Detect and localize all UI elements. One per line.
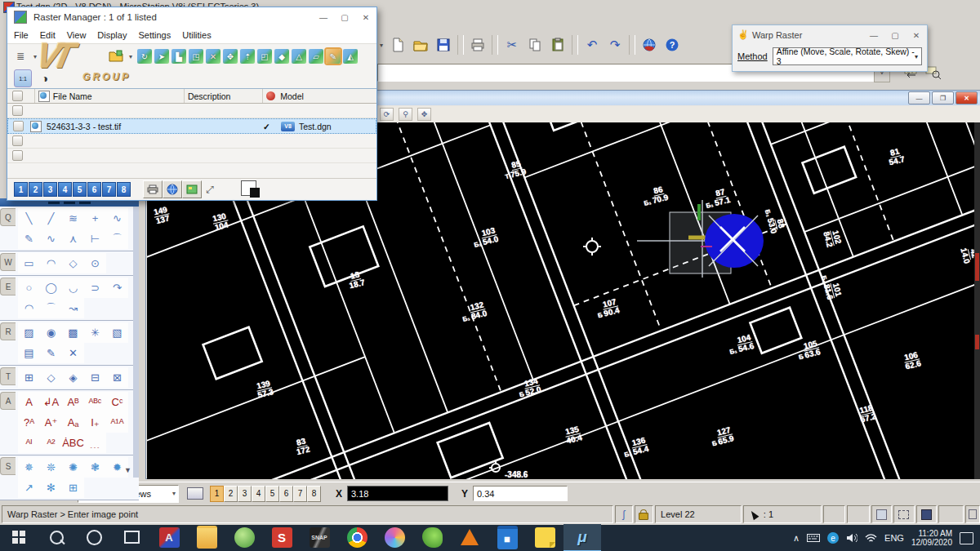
app-snagit-icon[interactable]: S <box>263 524 301 550</box>
raster-row-selected[interactable]: 524631-3-3 - test.tif ✓ V8 Test.dgn <box>7 118 376 134</box>
tray-app-icon[interactable]: e <box>827 532 839 544</box>
menu-file[interactable]: File <box>14 30 29 40</box>
y-coordinate-field[interactable]: 0.34 <box>473 486 568 501</box>
tool-panel-scrollbar[interactable] <box>133 207 139 478</box>
tool-icon[interactable]: ﹍ <box>84 433 106 453</box>
tool-icon[interactable]: ○ <box>18 278 40 298</box>
raster-manager-titlebar[interactable]: Raster Manager : 1 of 1 listed — ▢ ✕ <box>7 7 376 27</box>
raster-row-empty[interactable] <box>7 104 376 118</box>
tool-icon[interactable]: ⌒ <box>106 229 128 249</box>
app-sticky-notes-icon[interactable] <box>526 524 564 550</box>
dgn-status-icon[interactable] <box>916 505 937 523</box>
rm-view-button-5[interactable]: 5 <box>73 182 87 197</box>
warp-maximize-button[interactable]: ▢ <box>884 28 906 42</box>
column-model[interactable]: Model <box>263 89 376 103</box>
tool-icon[interactable]: ✻ <box>40 478 62 498</box>
tool-icon[interactable]: ᴬᴵ <box>18 433 40 453</box>
selection-indicator[interactable]: : 1 <box>743 505 822 523</box>
view-toggle-button-3[interactable]: 3 <box>238 486 252 502</box>
rm-view-button-2[interactable]: 2 <box>29 182 42 197</box>
tray-language[interactable]: ENG <box>884 533 904 543</box>
snap-pen-icon[interactable]: ʃ <box>615 505 633 523</box>
tool-icon[interactable]: ✎ <box>18 229 40 249</box>
tool-icon[interactable]: ╲ <box>18 208 40 229</box>
raster-clip-icon[interactable]: ▱ <box>309 49 323 64</box>
rm-minimize-button[interactable]: — <box>313 10 334 24</box>
view-toggle-button-4[interactable]: 4 <box>252 486 265 502</box>
tool-tab-e[interactable]: E <box>0 278 16 295</box>
action-center-icon[interactable] <box>960 532 973 544</box>
tool-icon[interactable]: ✵ <box>18 457 40 478</box>
app-photoscape-icon[interactable] <box>413 524 451 550</box>
rm-view-button-3[interactable]: 3 <box>43 182 57 197</box>
menu-view[interactable]: View <box>67 30 87 40</box>
globe-icon[interactable] <box>163 180 182 198</box>
view-close-button[interactable]: ✕ <box>956 91 978 104</box>
save-status-icon[interactable] <box>871 505 892 523</box>
rm-view-button-6[interactable]: 6 <box>87 182 101 197</box>
tool-icon[interactable]: ✳ <box>84 322 106 343</box>
view-toggle-button-8[interactable]: 8 <box>307 486 321 502</box>
tool-icon[interactable]: ∿ <box>106 208 128 229</box>
tool-icon[interactable]: ⊟ <box>84 367 106 388</box>
redo-button[interactable]: ↷ <box>604 34 626 56</box>
tool-icon[interactable]: ▩ <box>62 322 84 343</box>
tool-icon[interactable]: ȦBC <box>62 433 84 453</box>
app-paint-icon[interactable] <box>376 524 413 550</box>
menu-settings[interactable]: Settings <box>138 30 171 40</box>
tool-icon[interactable]: ⊞ <box>18 367 40 388</box>
raster-display-icon[interactable]: ◭ <box>343 49 358 64</box>
tool-icon[interactable]: ▤ <box>18 343 40 363</box>
view-toggle-button-1[interactable]: 1 <box>210 486 224 502</box>
print-raster-icon[interactable] <box>143 180 163 198</box>
tool-icon[interactable]: ⊙ <box>84 253 106 273</box>
tool-icon[interactable]: ᴬ² <box>40 433 62 453</box>
tool-icon[interactable]: A <box>18 392 40 412</box>
tool-icon[interactable]: ⊠ <box>106 367 128 388</box>
method-select[interactable]: Affine (Move, Scale, Rotate, Skew) - 3 ▾ <box>773 47 922 65</box>
tool-icon[interactable]: ▭ <box>18 253 40 273</box>
warp-close-button[interactable]: ✕ <box>906 28 927 42</box>
warp-minimize-button[interactable]: — <box>863 28 884 42</box>
view-toggle-button-6[interactable]: 6 <box>279 486 293 502</box>
view-restore-button[interactable]: ❐ <box>932 91 954 104</box>
tool-icon[interactable]: ▨ <box>18 322 40 343</box>
tool-icon[interactable]: ◉ <box>40 322 62 343</box>
raster-copy-icon[interactable]: ⇡ <box>240 49 255 64</box>
view-toggle-button-2[interactable]: 2 <box>224 486 238 502</box>
tray-volume-icon[interactable] <box>846 533 858 543</box>
menu-utilities[interactable]: Utilities <box>182 30 211 40</box>
tool-icon[interactable]: ⊃ <box>84 278 106 298</box>
tray-wifi-icon[interactable] <box>865 534 877 543</box>
tool-icon[interactable]: ∿ <box>40 229 62 249</box>
app-acdsee-icon[interactable]: A <box>150 524 188 550</box>
menu-display[interactable]: Display <box>97 30 127 40</box>
view-minimize-button[interactable]: — <box>908 91 930 104</box>
tool-tab-a[interactable]: A <box>0 392 16 410</box>
toolbar-overflow-icon[interactable]: ▾ <box>380 42 383 49</box>
tool-icon[interactable]: ≋ <box>62 208 84 229</box>
tool-icon[interactable]: A⁺ <box>40 412 62 433</box>
tool-icon[interactable]: ❃ <box>84 457 106 478</box>
active-lock-icon[interactable] <box>635 505 654 523</box>
rm-view-button-8[interactable]: 8 <box>117 182 131 197</box>
raster-warp-icon[interactable]: ✎ <box>326 49 341 64</box>
update-view-icon[interactable]: ⟳ <box>380 108 394 121</box>
rm-view-button-4[interactable]: 4 <box>58 182 72 197</box>
hierarchy-list-icon[interactable]: ≣ <box>12 48 29 64</box>
tool-icon[interactable]: ⌒ <box>40 298 62 318</box>
tool-icon[interactable]: ✕ <box>62 343 84 363</box>
raster-list-icon[interactable] <box>182 180 202 198</box>
tool-icon[interactable]: ✺ <box>62 457 84 478</box>
hierarchy-dropdown-icon[interactable]: ▾ <box>33 53 37 60</box>
tool-icon[interactable]: ᴬᴮᶜ <box>84 392 106 412</box>
tool-icon[interactable]: ◇ <box>62 253 84 273</box>
app-vlc-icon[interactable] <box>451 524 488 550</box>
tool-icon[interactable]: ?ᴬ <box>18 412 40 433</box>
tool-tab-q[interactable]: Q <box>0 208 16 226</box>
header-icon-cell[interactable] <box>7 89 35 103</box>
tray-keyboard-icon[interactable] <box>807 534 820 542</box>
tool-icon[interactable]: ↗ <box>18 478 40 498</box>
fence-status-icon[interactable] <box>893 505 914 523</box>
active-level-field[interactable]: Level 22 <box>655 505 742 523</box>
